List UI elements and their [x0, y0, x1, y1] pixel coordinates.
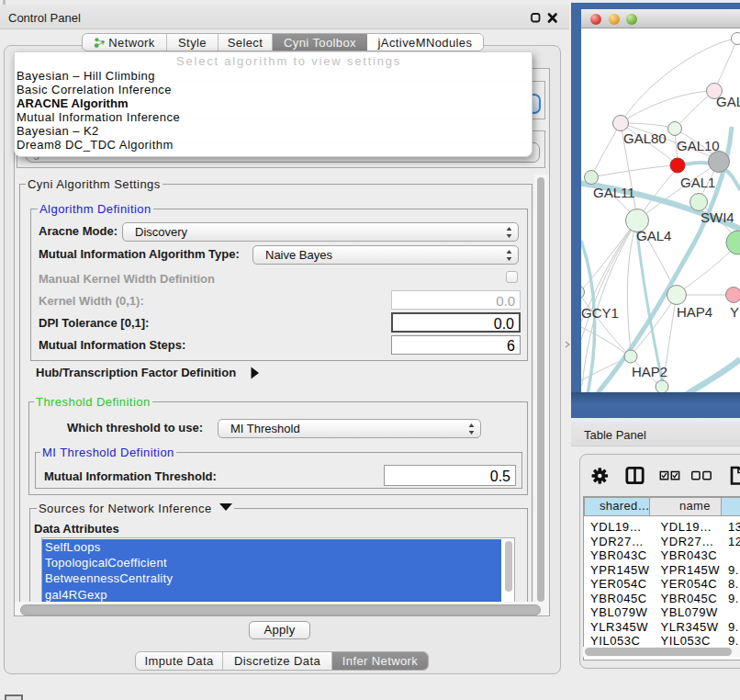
- svg-text:GAL1: GAL1: [680, 175, 715, 190]
- svg-text:HAP4: HAP4: [677, 304, 712, 320]
- svg-text:GAL80: GAL80: [623, 130, 667, 146]
- svg-text:HAP2: HAP2: [632, 364, 667, 379]
- svg-text:SWI4: SWI4: [701, 209, 734, 225]
- svg-text:GAL11: GAL11: [593, 185, 635, 200]
- svg-text:GCY1: GCY1: [581, 305, 619, 321]
- svg-text:GAL10: GAL10: [677, 138, 720, 153]
- svg-text:Y: Y: [730, 304, 739, 320]
- svg-text:GAL4: GAL4: [636, 228, 671, 243]
- svg-text:GAL2: GAL2: [716, 94, 740, 109]
